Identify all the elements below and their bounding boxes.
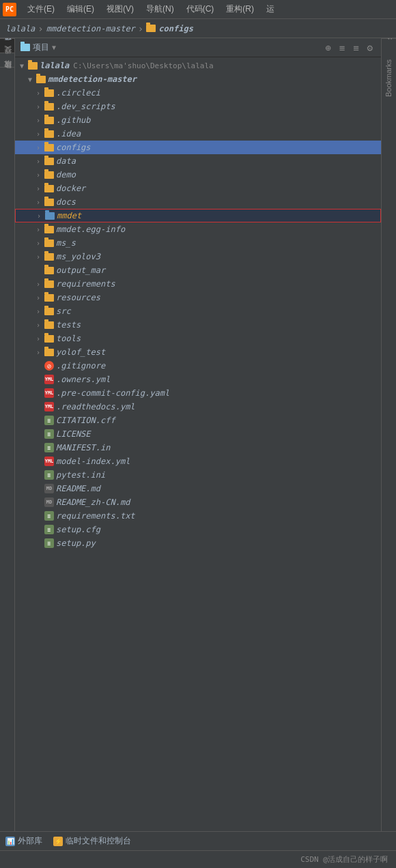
tree-requirements[interactable]: › requirements	[15, 277, 381, 291]
expand-demo[interactable]: ›	[34, 171, 42, 179]
tree-tests[interactable]: › tests	[15, 318, 381, 332]
tree-setup-cfg[interactable]: ≡ setup.cfg	[15, 523, 381, 536]
tree-data[interactable]: › data	[15, 154, 381, 168]
tree-docs[interactable]: › docs	[15, 195, 381, 209]
expand-data[interactable]: ›	[34, 157, 42, 165]
folder-icon-data	[44, 158, 54, 165]
tree-label-docker: docker	[56, 184, 85, 193]
tree-configs[interactable]: › configs	[15, 141, 381, 154]
expand-lalala[interactable]: ▼	[18, 61, 26, 70]
tree-label-mmdet: mmdet	[57, 211, 81, 220]
expand-configs[interactable]: ›	[34, 143, 42, 151]
folder-icon-mmdet-egg-info	[44, 226, 54, 233]
expand-mmdetection[interactable]: ▼	[26, 75, 34, 83]
tree-mmdet[interactable]: › mmdet	[15, 209, 381, 222]
tree-readme[interactable]: MD README.md	[15, 482, 381, 495]
tree-idea[interactable]: › .idea	[15, 127, 381, 141]
project-panel: 项目 ▼ ⊕ ≡ ≡ ⚙ ▼ lalala C:\Users\ma'shuo\D…	[15, 38, 381, 831]
tree-ms-s[interactable]: › ms_s	[15, 236, 381, 250]
tree-root-lalala[interactable]: ▼ lalala C:\Users\ma'shuo\Desktop\lalala	[15, 59, 381, 72]
bottom-temp-files[interactable]: ⚡ 临时文件和控制台	[53, 835, 131, 847]
tree-label-yolof-test: yolof_test	[56, 347, 105, 357]
expand-tools[interactable]: ›	[34, 334, 42, 343]
menu-view[interactable]: 视图(V)	[101, 2, 139, 16]
expand-yolof-test[interactable]: ›	[34, 348, 42, 356]
tab-bookmarks[interactable]: Bookmarks	[382, 53, 396, 104]
breadcrumb-lalala[interactable]: lalala	[5, 24, 35, 33]
tree-manifest[interactable]: ≡ MANIFEST.in	[15, 441, 381, 454]
tree-model-index[interactable]: YML model-index.yml	[15, 454, 381, 468]
tree-readme-zh[interactable]: MD README_zh-CN.md	[15, 495, 381, 509]
file-icon-pre-commit: YML	[44, 388, 54, 398]
breadcrumb-mmdetection[interactable]: mmdetection-master	[46, 24, 135, 33]
menu-items: 文件(E) 编辑(E) 视图(V) 导航(N) 代码(C) 重构(R) 运	[22, 2, 280, 16]
menu-edit[interactable]: 编辑(E)	[61, 2, 100, 16]
tab-pull-request[interactable]: 拉取请求	[0, 67, 14, 81]
tree-label-output-mar: output_mar	[56, 265, 105, 275]
expand-idea[interactable]: ›	[34, 130, 42, 138]
expand-circleci[interactable]: ›	[34, 89, 42, 97]
expand-tests[interactable]: ›	[34, 321, 42, 329]
tree-pre-commit[interactable]: YML .pre-commit-config.yaml	[15, 386, 381, 400]
tree-readthedocs[interactable]: YML .readthedocs.yml	[15, 400, 381, 414]
breadcrumb-configs[interactable]: configs	[158, 24, 193, 33]
tree-docker[interactable]: › docker	[15, 182, 381, 195]
tree-github[interactable]: › .github	[15, 113, 381, 127]
tree-output-mar[interactable]: output_mar	[15, 263, 381, 277]
tree-src[interactable]: › src	[15, 304, 381, 318]
expand-docs[interactable]: ›	[34, 198, 42, 206]
folder-icon-yolof-test	[44, 349, 54, 356]
tree-tools[interactable]: › tools	[15, 332, 381, 345]
right-tabs: 结构 Bookmarks	[381, 38, 396, 831]
expand-github[interactable]: ›	[34, 116, 42, 124]
tree-ms-yolov3[interactable]: › ms_yolov3	[15, 250, 381, 263]
tab-project[interactable]: 项目	[0, 38, 14, 53]
expand-requirements[interactable]: ›	[34, 280, 42, 288]
tree-mmdet-egg-info[interactable]: › mmdet.egg-info	[15, 222, 381, 236]
status-text: CSDN @活成自己的样子啊	[300, 854, 388, 865]
tree-label-tests: tests	[56, 320, 81, 330]
expand-docker[interactable]: ›	[34, 184, 42, 192]
tree-owners-yml[interactable]: YML .owners.yml	[15, 373, 381, 386]
tree-circleci[interactable]: › .circleci	[15, 86, 381, 100]
tree-resources[interactable]: › resources	[15, 291, 381, 304]
expand-src[interactable]: ›	[34, 307, 42, 315]
tree-demo[interactable]: › demo	[15, 168, 381, 182]
expand-mmdet-egg-info[interactable]: ›	[34, 225, 42, 233]
panel-dropdown-icon[interactable]: ▼	[52, 44, 56, 51]
tree-dev-scripts[interactable]: › .dev_scripts	[15, 100, 381, 113]
toolbar-locate-btn[interactable]: ⊕	[322, 41, 333, 55]
bottom-external-libs[interactable]: 📊 外部库	[5, 835, 42, 847]
menu-code[interactable]: 代码(C)	[181, 2, 220, 16]
panel-title: 项目	[33, 42, 49, 53]
expand-ms-yolov3[interactable]: ›	[34, 252, 42, 261]
tree-setup-py[interactable]: ≡ setup.py	[15, 536, 381, 550]
file-icon-setup-py: ≡	[44, 538, 54, 548]
expand-dev-scripts[interactable]: ›	[34, 102, 42, 111]
tree-label-setup-cfg: setup.cfg	[56, 525, 100, 534]
tree-pytest[interactable]: ≡ pytest.ini	[15, 468, 381, 482]
file-icon-gitignore	[44, 361, 54, 371]
external-libs-label: 外部库	[18, 835, 42, 847]
tree-yolof-test[interactable]: › yolof_test	[15, 345, 381, 359]
folder-icon-idea	[44, 130, 54, 138]
tab-commit[interactable]: 提交	[0, 53, 14, 67]
folder-icon-github	[44, 117, 54, 124]
menu-refactor[interactable]: 重构(R)	[221, 2, 259, 16]
tree-license[interactable]: ≡ LICENSE	[15, 427, 381, 441]
expand-ms-s[interactable]: ›	[34, 239, 42, 247]
tree-mmdetection[interactable]: ▼ mmdetection-master	[15, 72, 381, 86]
tab-structure[interactable]: 结构	[382, 38, 396, 53]
tree-requirements-txt[interactable]: ≡ requirements.txt	[15, 509, 381, 523]
menu-file[interactable]: 文件(E)	[22, 2, 60, 16]
menu-run[interactable]: 运	[261, 2, 280, 16]
menu-navigate[interactable]: 导航(N)	[141, 2, 180, 16]
file-icon-readthedocs: YML	[44, 402, 54, 411]
expand-resources[interactable]: ›	[34, 293, 42, 302]
tree-gitignore[interactable]: .gitignore	[15, 359, 381, 373]
expand-mmdet[interactable]: ›	[35, 212, 43, 220]
toolbar-settings-btn[interactable]: ⚙	[365, 41, 376, 55]
toolbar-collapse-btn[interactable]: ≡	[337, 41, 348, 55]
tree-citation[interactable]: ≡ CITATION.cff	[15, 414, 381, 427]
toolbar-sort-btn[interactable]: ≡	[350, 41, 361, 55]
